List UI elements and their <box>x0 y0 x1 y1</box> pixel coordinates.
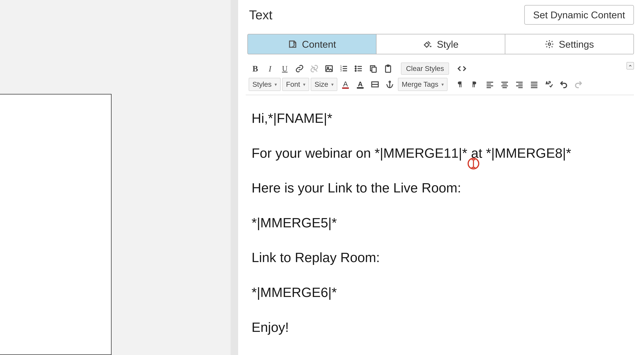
svg-text:3: 3 <box>340 69 342 72</box>
merge-tags-label: Merge Tags <box>402 80 438 88</box>
svg-point-0 <box>548 43 550 45</box>
preview-pane: 11|* om: <box>0 0 230 355</box>
content-icon <box>288 40 297 49</box>
align-justify-button[interactable] <box>528 78 541 91</box>
font-color-button[interactable]: A <box>339 78 352 91</box>
set-dynamic-content-button[interactable]: Set Dynamic Content <box>524 5 634 25</box>
font-label: Font <box>286 80 300 88</box>
body-paragraph-5[interactable]: Link to Replay Room: <box>252 249 630 266</box>
style-icon <box>423 40 432 49</box>
svg-point-6 <box>355 66 356 67</box>
align-right-button[interactable] <box>513 78 526 91</box>
svg-rect-1 <box>326 66 332 72</box>
link-button[interactable] <box>293 62 306 75</box>
redo-button <box>572 78 585 91</box>
image-button[interactable] <box>322 62 336 75</box>
panel-title: Text <box>249 8 272 22</box>
italic-button[interactable]: I <box>264 62 276 75</box>
font-dropdown[interactable]: Font▾ <box>282 78 309 91</box>
settings-icon <box>545 40 554 49</box>
rtl-button[interactable] <box>468 78 482 91</box>
source-code-button[interactable] <box>455 62 468 75</box>
ltr-button[interactable] <box>454 78 467 91</box>
svg-point-7 <box>355 68 356 69</box>
body-paragraph-6[interactable]: *|MMERGE6|* <box>252 283 630 301</box>
horizontal-rule-button[interactable] <box>368 78 382 91</box>
spellcheck-button[interactable] <box>542 78 556 91</box>
tab-style-label: Style <box>437 39 458 50</box>
styles-dropdown[interactable]: Styles▾ <box>249 78 280 91</box>
copy-button[interactable] <box>367 62 380 75</box>
size-dropdown[interactable]: Size▾ <box>311 78 337 91</box>
styles-label: Styles <box>252 80 272 88</box>
body-paragraph-7[interactable]: Enjoy! <box>252 318 630 336</box>
clear-styles-button[interactable]: Clear Styles <box>401 63 449 75</box>
body-paragraph-4[interactable]: *|MMERGE5|* <box>252 214 630 232</box>
tab-settings[interactable]: Settings <box>505 34 634 54</box>
body-paragraph-2[interactable]: For your webinar on *|MMERGE11|* at *|MM… <box>252 144 630 162</box>
tab-style[interactable]: Style <box>376 34 505 54</box>
svg-point-13 <box>389 81 390 83</box>
undo-button[interactable] <box>557 78 570 91</box>
editor-panel: Text Set Dynamic Content Content Style S… <box>238 0 644 355</box>
unlink-button <box>308 62 321 75</box>
underline-button[interactable]: U <box>278 62 291 75</box>
collapse-toolbar-button[interactable] <box>626 62 634 70</box>
body-paragraph-1[interactable]: Hi,*|FNAME|* <box>252 109 630 127</box>
preview-scrollbar[interactable] <box>230 0 238 355</box>
background-color-button[interactable]: A <box>354 78 367 91</box>
bold-button[interactable]: B <box>249 62 262 75</box>
tab-content[interactable]: Content <box>248 34 376 54</box>
editor-tabs: Content Style Settings <box>247 34 634 54</box>
svg-point-8 <box>355 70 356 72</box>
panel-header: Text Set Dynamic Content <box>238 0 644 25</box>
body-paragraph-3[interactable]: Here is your Link to the Live Room: <box>252 179 630 197</box>
align-center-button[interactable] <box>498 78 511 91</box>
preview-card: 11|* om: <box>0 94 112 355</box>
ordered-list-button[interactable]: 123 <box>337 62 350 75</box>
svg-rect-9 <box>372 67 376 72</box>
unordered-list-button[interactable] <box>352 62 365 75</box>
toolbar-row-1: B I U 123 Clear <box>246 61 634 77</box>
anchor-button[interactable] <box>383 78 396 91</box>
align-left-button[interactable] <box>483 78 496 91</box>
tab-content-label: Content <box>302 39 336 50</box>
text-editor[interactable]: Hi,*|FNAME|* For your webinar on *|MMERG… <box>246 95 634 336</box>
rich-text-toolbar: B I U 123 Clear <box>246 61 634 92</box>
toolbar-row-2: Styles▾ Font▾ Size▾ A A Merge Tags▾ <box>246 77 634 92</box>
size-label: Size <box>314 80 328 88</box>
tab-settings-label: Settings <box>559 39 594 50</box>
paste-button[interactable] <box>382 62 394 75</box>
merge-tags-dropdown[interactable]: Merge Tags▾ <box>398 78 448 91</box>
